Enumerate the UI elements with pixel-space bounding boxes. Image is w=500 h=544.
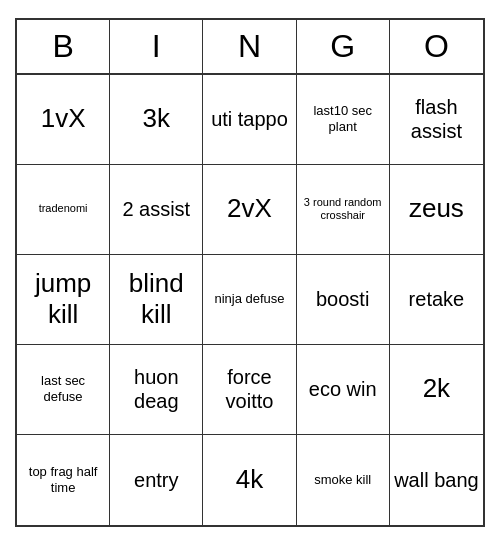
- header-letter-o: O: [390, 20, 483, 73]
- bingo-cell-10: jump kill: [17, 255, 110, 345]
- bingo-cell-11: blind kill: [110, 255, 203, 345]
- bingo-cell-21: entry: [110, 435, 203, 525]
- bingo-cell-3: last10 sec plant: [297, 75, 390, 165]
- bingo-cell-4: flash assist: [390, 75, 483, 165]
- bingo-cell-22: 4k: [203, 435, 296, 525]
- bingo-cell-20: top frag half time: [17, 435, 110, 525]
- bingo-cell-8: 3 round random crosshair: [297, 165, 390, 255]
- bingo-cell-9: zeus: [390, 165, 483, 255]
- bingo-cell-12: ninja defuse: [203, 255, 296, 345]
- header-letter-g: G: [297, 20, 390, 73]
- bingo-grid: 1vX3kuti tappolast10 sec plantflash assi…: [17, 75, 483, 525]
- bingo-cell-1: 3k: [110, 75, 203, 165]
- bingo-cell-5: tradenomi: [17, 165, 110, 255]
- bingo-cell-24: wall bang: [390, 435, 483, 525]
- bingo-cell-15: last sec defuse: [17, 345, 110, 435]
- header-letter-i: I: [110, 20, 203, 73]
- bingo-cell-13: boosti: [297, 255, 390, 345]
- bingo-card: BINGO 1vX3kuti tappolast10 sec plantflas…: [15, 18, 485, 527]
- bingo-cell-23: smoke kill: [297, 435, 390, 525]
- bingo-cell-2: uti tappo: [203, 75, 296, 165]
- header-letter-n: N: [203, 20, 296, 73]
- bingo-cell-7: 2vX: [203, 165, 296, 255]
- bingo-cell-19: 2k: [390, 345, 483, 435]
- bingo-header: BINGO: [17, 20, 483, 75]
- bingo-cell-17: force voitto: [203, 345, 296, 435]
- bingo-cell-0: 1vX: [17, 75, 110, 165]
- bingo-cell-6: 2 assist: [110, 165, 203, 255]
- header-letter-b: B: [17, 20, 110, 73]
- bingo-cell-18: eco win: [297, 345, 390, 435]
- bingo-cell-14: retake: [390, 255, 483, 345]
- bingo-cell-16: huon deag: [110, 345, 203, 435]
